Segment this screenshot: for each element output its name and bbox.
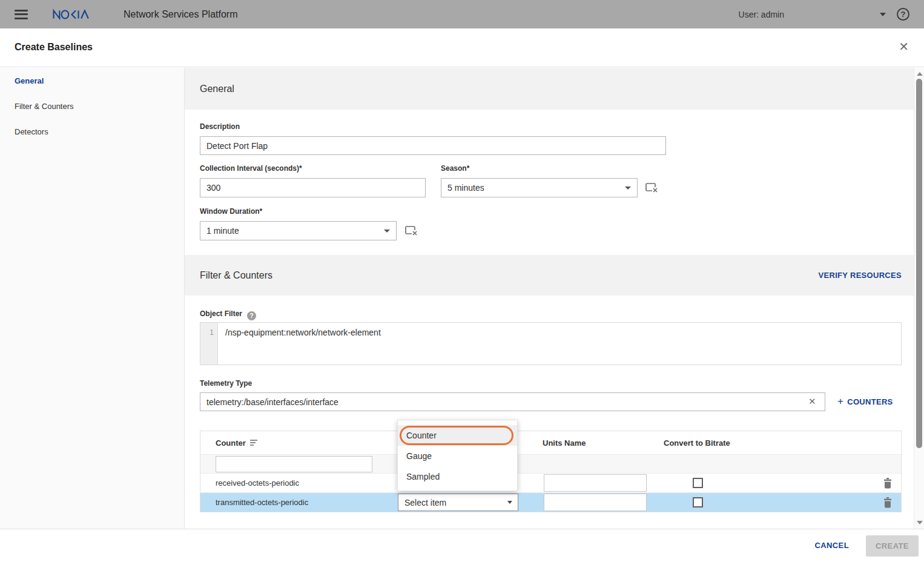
general-section-title: General	[200, 84, 234, 94]
chevron-down-icon	[625, 187, 631, 190]
object-filter-editor[interactable]: 1 /nsp-equipment:network/network-element	[200, 322, 902, 365]
dropdown-option-sampled[interactable]: Sampled	[398, 466, 517, 487]
chevron-down-icon	[384, 230, 390, 233]
counter-column-header[interactable]: Counter	[216, 438, 257, 448]
sidebar-item-general[interactable]: General	[0, 68, 184, 93]
counter-cell: transmitted-octets-periodic	[216, 498, 308, 507]
dialog-main: General Description Collection Interval …	[185, 68, 914, 529]
sidebar-item-detectors[interactable]: Detectors	[0, 119, 184, 144]
convert-to-bitrate-column-header: Convert to Bitrate	[664, 438, 730, 448]
object-filter-label: Object Filter?	[200, 309, 256, 320]
description-label: Description	[200, 122, 240, 131]
create-button[interactable]: CREATE	[866, 535, 919, 557]
window-duration-select[interactable]: 1 minute	[200, 221, 397, 240]
counter-cell: received-octets-periodic	[216, 478, 299, 488]
season-clear-icon[interactable]	[645, 183, 659, 193]
dialog-header: Create Baselines ✕	[0, 28, 924, 67]
dialog-footer: CANCEL CREATE	[0, 529, 924, 562]
user-menu-caret-icon[interactable]	[880, 13, 886, 16]
telemetry-type-clear-icon[interactable]: ✕	[808, 397, 816, 406]
dialog-title: Create Baselines	[15, 42, 93, 53]
dialog-sidebar: General Filter & Counters Detectors	[0, 68, 185, 529]
counter-type-dropdown: Counter Gauge Sampled	[397, 420, 518, 491]
table-row[interactable]: received-octets-periodic	[200, 473, 901, 492]
cancel-button[interactable]: CANCEL	[814, 541, 849, 550]
verify-resources-button[interactable]: VERIFY RESOURCES	[819, 271, 902, 280]
plus-icon: +	[837, 395, 843, 408]
window-duration-clear-icon[interactable]	[405, 226, 418, 236]
season-label: Season*	[441, 164, 469, 173]
collection-interval-input[interactable]	[200, 178, 426, 197]
window-duration-label: Window Duration*	[200, 207, 262, 216]
counters-table-header: Counter Units Name Convert to Bitrate	[200, 431, 901, 454]
scrollbar-thumb[interactable]	[916, 79, 922, 448]
telemetry-type-label: Telemetry Type	[200, 379, 252, 388]
convert-to-bitrate-checkbox[interactable]	[693, 478, 703, 488]
general-section-header: General	[185, 68, 914, 110]
filter-counters-section-header: Filter & Counters VERIFY RESOURCES	[185, 255, 914, 296]
object-filter-value: /nsp-equipment:network/network-element	[218, 323, 381, 365]
vertical-scrollbar[interactable]	[914, 68, 924, 529]
sort-icon	[250, 440, 257, 446]
add-counters-button[interactable]: + COUNTERS	[837, 395, 893, 408]
description-input[interactable]	[200, 136, 666, 155]
dropdown-option-counter[interactable]: Counter	[398, 425, 517, 446]
units-name-input[interactable]	[544, 474, 647, 492]
help-icon[interactable]: ?	[897, 8, 909, 21]
hamburger-menu-icon[interactable]	[15, 10, 28, 19]
counter-filter-input[interactable]	[216, 456, 372, 472]
nokia-logo	[52, 7, 99, 22]
app-title: Network Services Platform	[124, 9, 238, 20]
delete-row-icon[interactable]	[883, 478, 892, 489]
units-name-input[interactable]	[544, 494, 647, 511]
delete-row-icon[interactable]	[883, 497, 892, 508]
scroll-down-icon[interactable]	[917, 521, 923, 524]
chevron-down-icon	[507, 501, 512, 504]
season-select[interactable]: 5 minutes	[441, 178, 638, 197]
collection-interval-label: Collection Interval (seconds)*	[200, 164, 302, 173]
table-row-selected[interactable]: transmitted-octets-periodic Select item	[200, 492, 901, 512]
create-baselines-screen: Network Services Platform User: admin ? …	[0, 0, 924, 562]
counters-table: Counter Units Name Convert to Bitrate re…	[200, 431, 902, 512]
counter-type-select[interactable]: Select item	[398, 494, 518, 511]
units-name-column-header: Units Name	[543, 438, 586, 448]
filter-counters-section-title: Filter & Counters	[200, 270, 272, 281]
editor-line-number: 1	[200, 323, 218, 365]
close-icon[interactable]: ✕	[899, 41, 909, 53]
top-bar: Network Services Platform User: admin ?	[0, 0, 924, 28]
object-filter-help-icon[interactable]: ?	[247, 311, 256, 320]
scroll-up-icon[interactable]	[917, 72, 923, 76]
table-filter-row	[200, 454, 901, 473]
dropdown-option-gauge[interactable]: Gauge	[398, 446, 517, 466]
convert-to-bitrate-checkbox[interactable]	[693, 497, 703, 507]
telemetry-type-input[interactable]: telemetry:/base/interfaces/interface	[200, 392, 825, 411]
user-menu-label[interactable]: User: admin	[739, 10, 784, 19]
sidebar-item-filter-counters[interactable]: Filter & Counters	[0, 93, 184, 119]
